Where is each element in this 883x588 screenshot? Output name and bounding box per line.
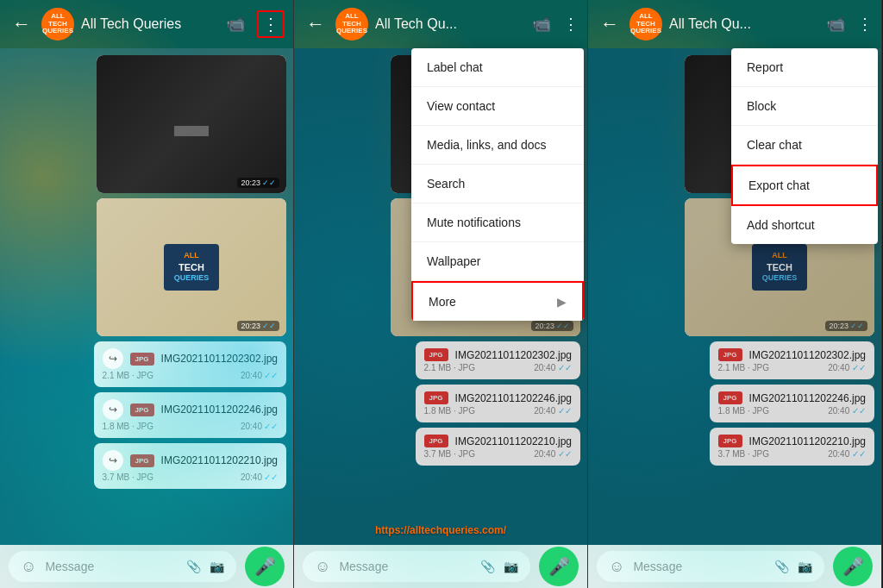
video-call-icon-2[interactable]: 📹: [532, 15, 551, 34]
input-placeholder-1: Message: [45, 560, 178, 573]
video-call-icon[interactable]: 📹: [226, 15, 245, 34]
message-input-3[interactable]: ☺ Message 📎 📷: [597, 551, 824, 582]
menu-clear-chat[interactable]: Clear chat: [731, 126, 878, 165]
chat-header-1: ← ALLTECHQUERIES All Tech Queries 📹 ⋮: [0, 0, 293, 48]
image-logo-1: ALL TECH QUERIES: [97, 198, 286, 336]
filename-3: IMG20211011202210.jpg: [161, 454, 278, 466]
chat-header-2: ← ALLTECHQUERIES All Tech Qu... 📹 ⋮: [294, 0, 587, 48]
avatar-1: ALLTECHQUERIES: [41, 8, 74, 41]
forward-icon-3[interactable]: ↪: [103, 348, 123, 369]
context-menu-2: Report Block Clear chat Export chat Add …: [731, 48, 878, 244]
menu-block[interactable]: Block: [731, 87, 878, 126]
file-3-3: JPG IMG20211011202210.jpg 3.7 MB · JPG20…: [710, 428, 874, 466]
forward-icon-4[interactable]: ↪: [103, 399, 123, 420]
menu-more[interactable]: More ▶: [411, 281, 584, 321]
timestamp-1: 20:23✓✓: [237, 178, 279, 188]
message-input-1[interactable]: ☺ Message 📎 📷: [9, 551, 236, 582]
back-button-2[interactable]: ←: [303, 9, 329, 39]
menu-label-chat[interactable]: Label chat: [411, 48, 584, 87]
file-message-1: ↪ JPG IMG20211011202302.jpg 2.1 MB · JPG…: [94, 341, 286, 387]
file-2-2: JPG IMG20211011202246.jpg 1.8 MB · JPG20…: [416, 385, 580, 422]
header-icons-2: 📹 ⋮: [532, 15, 579, 34]
chat-title-1: All Tech Queries: [81, 16, 219, 32]
mic-button-3[interactable]: 🎤: [833, 547, 873, 586]
watermark: https://alltechqueries.com/: [375, 524, 506, 536]
menu-add-shortcut[interactable]: Add shortcut: [731, 206, 878, 244]
camera-icon-2[interactable]: 📷: [504, 560, 518, 573]
panel-2: ← ALLTECHQUERIES All Tech Qu... 📹 ⋮ ↪ 20…: [294, 0, 588, 588]
menu-export-chat[interactable]: Export chat: [731, 165, 878, 206]
paperclip-icon-3[interactable]: 📎: [774, 560, 789, 573]
avatar-2: ALLTECHQUERIES: [335, 8, 368, 41]
avatar-text-1: ALLTECHQUERIES: [42, 13, 73, 35]
file-meta-3: 3.7 MB · JPG 20:40 ✓✓: [103, 472, 278, 482]
menu-search[interactable]: Search: [411, 165, 584, 203]
timestamp-2: 20:23✓✓: [237, 321, 279, 331]
mic-button-2[interactable]: 🎤: [539, 547, 579, 586]
forward-icon-5[interactable]: ↪: [103, 450, 123, 471]
file-message-2: ↪ JPG IMG20211011202246.jpg 1.8 MB · JPG…: [94, 392, 286, 438]
paperclip-icon-1[interactable]: 📎: [186, 560, 201, 573]
avatar-text-3: ALLTECHQUERIES: [630, 13, 661, 35]
menu-view-contact[interactable]: View contact: [411, 87, 584, 126]
panel-1: ← ALLTECHQUERIES All Tech Queries 📹 ⋮ ↪ …: [0, 0, 294, 588]
chat-header-3: ← ALLTECHQUERIES All Tech Qu... 📹 ⋮: [588, 0, 881, 48]
header-icons-1: 📹 ⋮: [226, 10, 285, 38]
jpg-badge-1: JPG: [130, 353, 154, 366]
avatar-3: ALLTECHQUERIES: [629, 8, 662, 41]
camera-icon-1[interactable]: 📷: [210, 560, 224, 573]
filename-1: IMG20211011202302.jpg: [161, 353, 278, 365]
menu-media-links[interactable]: Media, links, and docs: [411, 126, 584, 165]
camera-icon-3[interactable]: 📷: [798, 560, 812, 573]
avatar-text-2: ALLTECHQUERIES: [336, 13, 367, 35]
chat-bottom-3: ☺ Message 📎 📷 🎤: [588, 545, 881, 588]
panel-3: ← ALLTECHQUERIES All Tech Qu... 📹 ⋮ ↪ 20…: [588, 0, 882, 588]
chat-title-3: All Tech Qu...: [669, 16, 819, 32]
image-message-1: ↪ ▬ 20:23✓✓: [97, 55, 286, 193]
chat-bottom-1: ☺ Message 📎 📷 🎤: [0, 545, 293, 588]
header-icons-3: 📹 ⋮: [826, 15, 873, 34]
image-dark-1: ▬: [97, 55, 286, 193]
menu-button-2[interactable]: ⋮: [563, 15, 579, 34]
emoji-icon-2[interactable]: ☺: [315, 558, 330, 576]
paperclip-icon-2[interactable]: 📎: [480, 560, 495, 573]
chat-title-2: All Tech Qu...: [375, 16, 525, 32]
menu-button-3[interactable]: ⋮: [857, 15, 873, 34]
back-button-1[interactable]: ←: [9, 9, 34, 39]
message-input-2[interactable]: ☺ Message 📎 📷: [303, 551, 530, 582]
file-2-1: JPG IMG20211011202302.jpg 2.1 MB · JPG20…: [416, 341, 580, 379]
jpg-badge-2: JPG: [130, 403, 154, 416]
menu-report[interactable]: Report: [731, 48, 878, 87]
file-2-3: JPG IMG20211011202210.jpg 3.7 MB · JPG20…: [416, 428, 580, 466]
file-3-2: JPG IMG20211011202246.jpg 1.8 MB · JPG20…: [710, 385, 874, 422]
input-placeholder-2: Message: [339, 560, 472, 573]
chevron-right-icon: ▶: [557, 295, 567, 309]
menu-wallpaper[interactable]: Wallpaper: [411, 242, 584, 281]
mic-button-1[interactable]: 🎤: [245, 547, 285, 586]
image-message-2: ↪ ALL TECH QUERIES 20:23✓✓: [97, 198, 286, 336]
input-placeholder-3: Message: [633, 560, 766, 573]
file-meta-1: 2.1 MB · JPG 20:40 ✓✓: [103, 371, 278, 380]
back-button-3[interactable]: ←: [597, 9, 623, 39]
context-menu-1: Label chat View contact Media, links, an…: [411, 48, 584, 321]
file-message-3: ↪ JPG IMG20211011202210.jpg 3.7 MB · JPG…: [94, 443, 286, 489]
menu-button-1[interactable]: ⋮: [257, 10, 285, 38]
emoji-icon-3[interactable]: ☺: [609, 558, 624, 576]
file-meta-2: 1.8 MB · JPG 20:40 ✓✓: [103, 422, 278, 431]
video-call-icon-3[interactable]: 📹: [826, 15, 845, 34]
jpg-badge-3: JPG: [130, 454, 154, 467]
filename-2: IMG20211011202246.jpg: [161, 403, 278, 416]
chat-body-1: ↪ ▬ 20:23✓✓ ↪ ALL TECH QUERIES: [0, 48, 293, 545]
chat-bottom-2: ☺ Message 📎 📷 🎤: [294, 545, 587, 588]
emoji-icon-1[interactable]: ☺: [21, 558, 36, 576]
menu-mute[interactable]: Mute notifications: [411, 203, 584, 242]
file-3-1: JPG IMG20211011202302.jpg 2.1 MB · JPG20…: [710, 341, 874, 379]
